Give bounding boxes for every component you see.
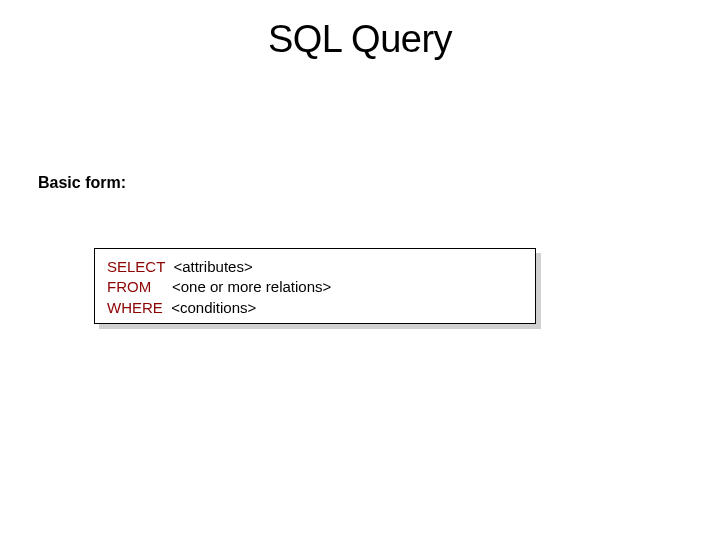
sql-code-box: SELECT <attributes> FROM <one or more re… xyxy=(94,248,536,324)
arg-select: <attributes> xyxy=(173,258,252,275)
keyword-select: SELECT xyxy=(107,258,165,275)
subtitle-label: Basic form: xyxy=(38,174,126,192)
arg-where: <conditions> xyxy=(171,299,256,316)
keyword-where: WHERE xyxy=(107,299,163,316)
code-line-select: SELECT <attributes> xyxy=(107,257,523,277)
page-title: SQL Query xyxy=(0,18,720,61)
code-line-where: WHERE <conditions> xyxy=(107,298,523,318)
keyword-from: FROM xyxy=(107,278,151,295)
arg-from: <one or more relations> xyxy=(172,278,331,295)
code-line-from: FROM <one or more relations> xyxy=(107,277,523,297)
